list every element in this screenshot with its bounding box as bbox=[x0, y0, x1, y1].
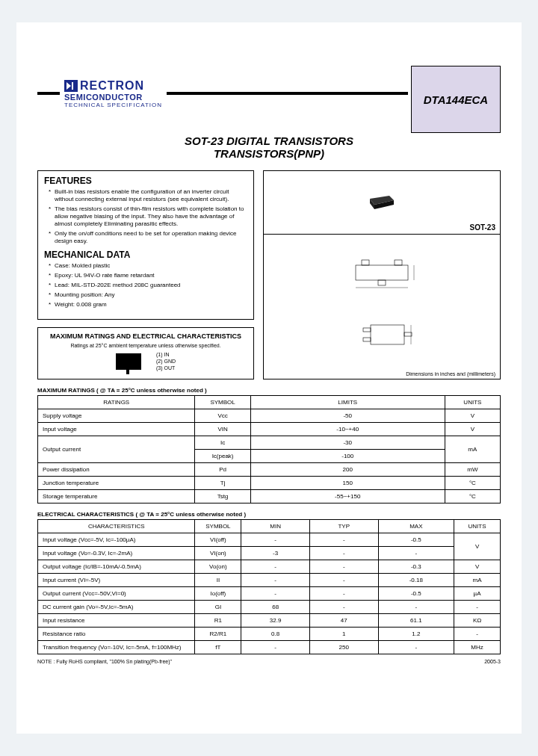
feature-item: Built-in bias resistors enable the confi… bbox=[49, 188, 247, 203]
pinout-row: (1) IN (2) GND (3) OUT bbox=[46, 351, 246, 371]
cell: Storage temperature bbox=[38, 490, 195, 504]
footer-rev: 2005-3 bbox=[484, 659, 501, 664]
svg-rect-6 bbox=[356, 265, 408, 280]
cell: - bbox=[309, 533, 378, 547]
svg-rect-14 bbox=[363, 338, 371, 341]
cell: - bbox=[378, 547, 454, 560]
cell: - bbox=[309, 574, 378, 587]
cell: 150 bbox=[250, 477, 445, 490]
cell: Tj bbox=[195, 477, 250, 490]
cell: °C bbox=[445, 490, 500, 504]
table-row: Input voltage (Vcc=-5V, Ic=-100µA) VI(of… bbox=[38, 533, 501, 547]
features-box: FEATURES Built-in bias resistors enable … bbox=[37, 170, 254, 320]
mech-heading: MECHANICAL DATA bbox=[44, 250, 247, 260]
table-row: Supply voltage Vcc -50 V bbox=[38, 409, 501, 423]
header: RECTRON SEMICONDUCTOR TECHNICAL SPECIFIC… bbox=[37, 67, 501, 120]
cell: µA bbox=[454, 587, 501, 601]
cell: - bbox=[309, 547, 378, 560]
mech-item: Weight: 0.008 gram bbox=[49, 301, 247, 309]
svg-rect-8 bbox=[395, 260, 402, 265]
cell: VIN bbox=[195, 423, 250, 436]
feature-item: The bias resistors consist of thin-film … bbox=[49, 205, 247, 228]
svg-rect-15 bbox=[404, 332, 412, 336]
max-ratings-title: MAXIMUM RATINGS ( @ TA = 25°C unless oth… bbox=[37, 387, 501, 394]
title-line-1: SOT-23 DIGITAL TRANSISTORS bbox=[37, 134, 501, 147]
cell: 68 bbox=[241, 601, 310, 614]
cell: - bbox=[241, 641, 310, 654]
rule-left bbox=[37, 92, 60, 95]
cell: Io(off) bbox=[195, 587, 241, 601]
cell: -30 bbox=[250, 436, 445, 450]
cell: Ic bbox=[195, 436, 250, 450]
cell: Input voltage (Vcc=-5V, Ic=-100µA) bbox=[38, 533, 195, 547]
cell: Vcc bbox=[195, 409, 250, 423]
cell: - bbox=[309, 560, 378, 574]
mid-section: FEATURES Built-in bias resistors enable … bbox=[37, 170, 501, 379]
footer-note: NOTE : Fully RoHS compliant, "100% Sn pl… bbox=[37, 659, 172, 664]
cell: - bbox=[241, 587, 310, 601]
brand-spec: TECHNICAL SPECIFICATION bbox=[64, 102, 162, 108]
cell: Output current (Vcc=-50V,VI=0) bbox=[38, 587, 195, 601]
cell: -3 bbox=[241, 547, 310, 560]
mech-item: Lead: MIL-STD-202E method 208C guarantee… bbox=[49, 282, 247, 289]
cell: 250 bbox=[309, 641, 378, 654]
cell: KΩ bbox=[454, 614, 501, 628]
cell: Output current bbox=[38, 436, 195, 463]
pin-3: (3) OUT bbox=[156, 365, 176, 371]
cell: 200 bbox=[250, 463, 445, 477]
mech-list: Case: Molded plastic Epoxy: UL 94V-O rat… bbox=[44, 262, 247, 309]
cell: 32.9 bbox=[241, 614, 310, 628]
col-symbol: SYMBOL bbox=[195, 396, 250, 409]
cell: - bbox=[454, 628, 501, 641]
cell: DC current gain (Vo=-5V,Ic=-5mA) bbox=[38, 601, 195, 614]
col-ratings: RATINGS bbox=[38, 396, 195, 409]
table-row: DC current gain (Vo=-5V,Ic=-5mA) GI 68 -… bbox=[38, 601, 501, 614]
title-line-2: TRANSISTORS(PNP) bbox=[37, 147, 501, 160]
elec-char-table: CHARACTERISTICS SYMBOL MIN TYP MAX UNITS… bbox=[37, 519, 501, 654]
sot23-3d-icon bbox=[367, 194, 397, 211]
table-row: Power dissipation Pd 200 mW bbox=[38, 463, 501, 477]
elec-char-title: ELECTRICAL CHARACTERISTICS ( @ TA = 25°C… bbox=[37, 511, 501, 518]
cell: - bbox=[241, 574, 310, 587]
part-number-box: DTA144ECA bbox=[411, 66, 501, 133]
col-char: CHARACTERISTICS bbox=[38, 520, 195, 533]
table-row: Input voltage VIN -10~+40 V bbox=[38, 423, 501, 436]
cell: Input resistance bbox=[38, 614, 195, 628]
cell: GI bbox=[195, 601, 241, 614]
svg-rect-12 bbox=[371, 325, 404, 344]
table-row: Output current (Vcc=-50V,VI=0) Io(off) -… bbox=[38, 587, 501, 601]
table-row: Resistance ratio R2/R1 0.8 1 1.2- bbox=[38, 628, 501, 641]
rectron-icon bbox=[64, 80, 78, 92]
cell: Ic(peak) bbox=[195, 450, 250, 463]
pinout-chip-icon bbox=[116, 353, 141, 370]
cell: -55~+150 bbox=[250, 490, 445, 504]
col-units: UNITS bbox=[445, 396, 500, 409]
brand-logo: RECTRON SEMICONDUCTOR TECHNICAL SPECIFIC… bbox=[64, 79, 162, 108]
cell: Input voltage (Vo=-0.3V, Ic=-2mA) bbox=[38, 547, 195, 560]
pin-2: (2) GND bbox=[156, 358, 176, 365]
features-list: Built-in bias resistors enable the confi… bbox=[44, 188, 247, 245]
cell: Transition frequency (Vo=-10V, Ic=-5mA, … bbox=[38, 641, 195, 654]
pin-1: (1) IN bbox=[156, 351, 176, 358]
page-title: SOT-23 DIGITAL TRANSISTORS TRANSISTORS(P… bbox=[37, 134, 501, 160]
cell: 1 bbox=[309, 628, 378, 641]
cell: - bbox=[309, 601, 378, 614]
features-heading: FEATURES bbox=[44, 176, 247, 186]
datasheet-page: RECTRON SEMICONDUCTOR TECHNICAL SPECIFIC… bbox=[16, 22, 522, 734]
cell: 0.8 bbox=[241, 628, 310, 641]
brand-name: RECTRON bbox=[80, 79, 144, 93]
cell: -100 bbox=[250, 450, 445, 463]
cell: Input current (VI=-5V) bbox=[38, 574, 195, 587]
col-limits: LIMITS bbox=[250, 396, 445, 409]
pin-legend: (1) IN (2) GND (3) OUT bbox=[156, 351, 176, 371]
table-row: Input current (VI=-5V) II - - -0.18mA bbox=[38, 574, 501, 587]
cell: - bbox=[241, 560, 310, 574]
col-sym: SYMBOL bbox=[195, 520, 241, 533]
col-max: MAX bbox=[378, 520, 454, 533]
cell: - bbox=[309, 587, 378, 601]
cell: °C bbox=[445, 477, 500, 490]
part-number: DTA144ECA bbox=[424, 93, 488, 106]
cell: mA bbox=[454, 574, 501, 587]
table-header-row: RATINGS SYMBOL LIMITS UNITS bbox=[38, 396, 501, 409]
cell: Output voltage (Ic/IB=-10mA/-0.5mA) bbox=[38, 560, 195, 574]
